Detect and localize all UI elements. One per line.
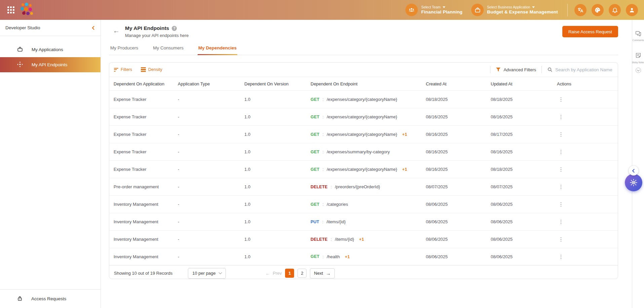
sidebar-item-my-applications[interactable]: My Applications [0,42,100,57]
filter-lines-icon [114,67,118,72]
density-button[interactable]: Density [141,67,162,73]
help-icon[interactable]: ? [172,26,177,31]
cell-created-at: 08/06/2025 [426,219,491,224]
tab-my-consumers[interactable]: My Consumers [152,42,184,55]
sidebar-item-my-api-endpoints[interactable]: My API Endpoints [0,57,100,72]
table-row: Expense Tracker - 1.0 GET : /expenses/ca… [109,160,618,178]
cell-dependent-version: 1.0 [244,132,311,137]
table-row: Inventory Management - 1.0 GET : /health… [109,248,618,265]
filters-button[interactable]: Filters [114,67,132,72]
cell-updated-at: 08/06/2025 [491,202,557,207]
cell-dependent-endpoint: GET : /expenses/category/{categoryName} [311,97,426,102]
endpoint-separator: : [331,184,332,189]
sidebar-item-access-requests[interactable]: Access Requests [0,289,100,308]
cell-application-type: - [178,167,244,172]
cell-dependent-endpoint: GET : /expenses/summary/by-category [311,149,426,154]
row-actions-menu-button[interactable]: ⋮ [557,149,565,155]
cell-updated-at: 08/18/2025 [491,97,557,102]
next-label: Next [314,271,323,276]
table-toolbar: Filters Density Advanced Filters [109,63,618,77]
team-selector[interactable]: Select Team Financial Planning [405,4,462,16]
row-actions-menu-button[interactable]: ⋮ [557,114,565,120]
rail-expand-button[interactable] [636,68,641,73]
records-summary: Showing 10 out of 19 Records [114,271,172,276]
search-icon [547,67,553,72]
more-endpoints-badge[interactable]: +1 [402,132,407,137]
row-actions-menu-button[interactable]: ⋮ [557,219,565,225]
team-selector-label: Select Team [421,5,441,9]
cell-application-type: - [178,114,244,119]
row-actions-menu-button[interactable]: ⋮ [557,236,565,242]
row-actions-menu-button[interactable]: ⋮ [557,97,565,102]
right-utility-rail: Comments Sticky Notes [632,20,644,308]
cell-dependent-endpoint: DELETE : /items/{id} +1 [311,237,426,242]
endpoint-path: /preorders/{preOrderId} [335,184,380,189]
cell-dependent-endpoint: DELETE : /preorders/{preOrderId} [311,184,426,189]
tab-bar: My Producers My Consumers My Dependencie… [109,42,618,55]
user-profile-button[interactable] [626,4,638,16]
team-selector-value: Financial Planning [421,9,462,15]
sidebar-item-label: My API Endpoints [32,62,68,67]
next-page-button[interactable]: Next → [310,268,335,278]
column-header: Dependent On Application [109,81,178,86]
more-endpoints-badge[interactable]: +1 [359,237,364,242]
search-input[interactable] [555,67,613,72]
more-endpoints-badge[interactable]: +1 [345,254,350,259]
row-actions-menu-button[interactable]: ⋮ [557,131,565,137]
http-method-badge: GET [311,150,319,154]
advanced-filters-label: Advanced Filters [504,67,536,72]
sidebar-collapse-button[interactable] [91,26,95,30]
column-header: Actions [557,81,618,86]
advanced-filters-button[interactable]: Advanced Filters [496,67,536,72]
per-page-select[interactable]: 10 per page [188,268,226,279]
cell-created-at: 08/06/2025 [426,237,491,242]
more-endpoints-badge[interactable]: +1 [402,167,407,172]
theme-palette-button[interactable] [592,4,604,16]
left-sidebar: Developer Studio My Applications [0,20,101,308]
endpoint-path: /expenses/category/{categoryName} [327,132,397,137]
chevron-down-icon [637,68,639,71]
language-translate-button[interactable] [574,4,587,16]
row-actions-menu-button[interactable]: ⋮ [557,201,565,207]
cell-dependent-application: Expense Tracker [109,132,178,137]
table-row: Inventory Management - 1.0 GET : /catego… [109,195,618,213]
row-actions-menu-button[interactable]: ⋮ [557,166,565,172]
tab-my-dependencies[interactable]: My Dependencies [198,42,237,55]
cell-dependent-application: Pre-order management [109,184,178,189]
cell-dependent-application: Expense Tracker [109,114,178,119]
sticky-notes-button[interactable]: Sticky Notes [632,52,644,64]
raise-access-request-button[interactable]: Raise Access Request [562,26,618,37]
http-method-badge: GET [311,202,319,207]
notifications-bell-button[interactable] [609,4,621,16]
tab-my-producers[interactable]: My Producers [110,42,139,55]
assistant-bot-button[interactable] [625,174,642,191]
cell-updated-at: 08/18/2025 [491,167,557,172]
comments-button[interactable]: Comments [633,31,644,41]
arrow-left-icon: ← [266,271,271,276]
row-actions-menu-button[interactable]: ⋮ [557,254,565,260]
cell-created-at: 08/16/2025 [426,132,491,137]
table-row: Expense Tracker - 1.0 GET : /expenses/su… [109,143,618,160]
app-launcher-icon[interactable] [7,6,14,13]
business-application-selector[interactable]: Select Business Application Budget & Exp… [471,4,558,16]
prev-label: Prev [273,271,282,276]
funnel-icon [496,67,501,72]
cell-dependent-version: 1.0 [244,202,311,207]
row-actions-menu-button[interactable]: ⋮ [557,184,565,190]
assistant-collapse-button[interactable] [629,166,639,176]
endpoint-path: /items/{id} [335,237,354,242]
endpoint-path: /expenses/category/{categoryName} [327,114,397,119]
cell-created-at: 08/18/2025 [426,97,491,102]
page-button-1[interactable]: 1 [285,269,294,278]
per-page-value: 10 per page [192,271,215,276]
endpoint-path: /categories [327,202,348,207]
prev-page-button[interactable]: ← Prev [266,271,282,276]
page-button-2[interactable]: 2 [297,269,307,278]
cell-dependent-version: 1.0 [244,167,311,172]
table-row: Expense Tracker - 1.0 GET : /expenses/ca… [109,125,618,143]
comments-label: Comments [633,39,644,41]
cell-updated-at: 08/07/2025 [491,184,557,189]
back-button[interactable]: ← [113,27,120,34]
http-method-badge: GET [311,97,319,102]
bot-icon [629,178,638,187]
